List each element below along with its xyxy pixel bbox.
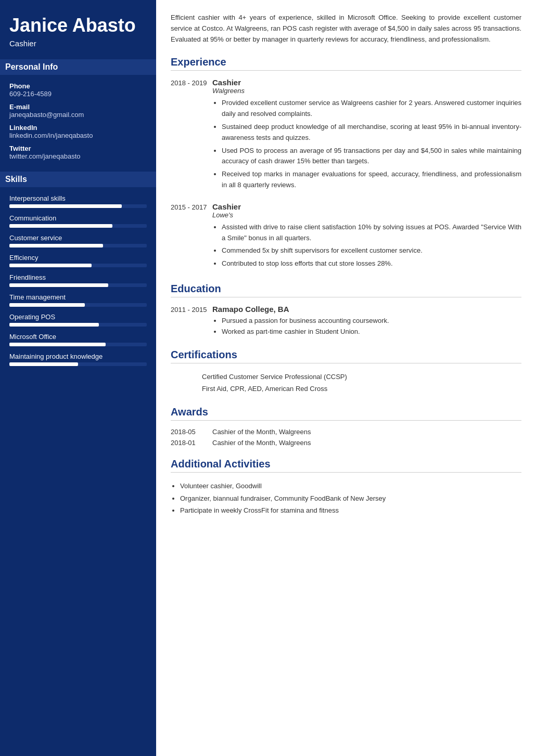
skill-item: Efficiency bbox=[9, 254, 147, 267]
skill-item: Friendliness bbox=[9, 273, 147, 287]
certifications-list: Certified Customer Service Professional … bbox=[202, 371, 521, 395]
certifications-title: Certifications bbox=[171, 349, 521, 363]
award-description: Cashier of the Month, Walgreens bbox=[212, 439, 521, 447]
experience-section: Experience 2018 - 2019 Cashier Walgreens… bbox=[171, 56, 521, 271]
exp-job-title: Cashier bbox=[212, 78, 521, 87]
certification-item: Certified Customer Service Professional … bbox=[202, 371, 521, 383]
edu-bullet: Pursued a passion for business accountin… bbox=[222, 316, 521, 327]
sidebar: Janice Abasto Cashier Personal Info Phon… bbox=[0, 0, 156, 756]
skill-name: Interpersonal skills bbox=[9, 194, 147, 202]
email-value: janeqabasto@gmail.com bbox=[9, 111, 147, 119]
experience-title: Experience bbox=[171, 56, 521, 71]
skill-bar-bg bbox=[9, 323, 147, 327]
skill-bar-bg bbox=[9, 264, 147, 267]
skill-bar-fill bbox=[9, 264, 92, 267]
award-entry: 2018-01 Cashier of the Month, Walgreens bbox=[171, 439, 521, 447]
awards-section: Awards 2018-05 Cashier of the Month, Wal… bbox=[171, 406, 521, 447]
exp-company: Walgreens bbox=[212, 87, 521, 95]
awards-list: 2018-05 Cashier of the Month, Walgreens … bbox=[171, 428, 521, 447]
experience-list: 2018 - 2019 Cashier Walgreens Provided e… bbox=[171, 78, 521, 271]
exp-bullet: Commended 5x by shift supervisors for ex… bbox=[222, 245, 521, 256]
skill-item: Maintaining product knowledge bbox=[9, 353, 147, 366]
exp-bullet: Provided excellent customer service as W… bbox=[222, 98, 521, 120]
skill-name: Maintaining product knowledge bbox=[9, 353, 147, 360]
exp-bullet: Received top marks in manager evaluation… bbox=[222, 169, 521, 191]
edu-details: Ramapo College, BA Pursued a passion for… bbox=[212, 305, 521, 337]
skill-bar-fill bbox=[9, 283, 108, 287]
education-entry: 2011 - 2015 Ramapo College, BA Pursued a… bbox=[171, 305, 521, 337]
education-section: Education 2011 - 2015 Ramapo College, BA… bbox=[171, 283, 521, 337]
twitter-value: twitter.com/janeqabasto bbox=[9, 152, 147, 160]
exp-bullet: Assisted with drive to raise client sati… bbox=[222, 222, 521, 244]
skill-bar-bg bbox=[9, 224, 147, 228]
exp-bullet: Sustained deep product knowledge of all … bbox=[222, 122, 521, 144]
personal-info-block: Phone 609-216-4589 E-mail janeqabasto@gm… bbox=[9, 82, 147, 160]
skill-bar-fill bbox=[9, 224, 112, 228]
skill-item: Customer service bbox=[9, 234, 147, 247]
exp-bullets: Provided excellent customer service as W… bbox=[222, 98, 521, 190]
exp-details: Cashier Lowe's Assisted with drive to ra… bbox=[212, 202, 521, 271]
skill-bar-fill bbox=[9, 303, 85, 307]
edu-bullets: Pursued a passion for business accountin… bbox=[222, 316, 521, 337]
email-item: E-mail janeqabasto@gmail.com bbox=[9, 103, 147, 119]
activity-item: Participate in weekly CrossFit for stami… bbox=[180, 504, 521, 516]
exp-bullet: Contributed to stop loss efforts that cu… bbox=[222, 258, 521, 269]
exp-bullets: Assisted with drive to raise client sati… bbox=[222, 222, 521, 269]
skill-name: Time management bbox=[9, 293, 147, 301]
skill-name: Operating POS bbox=[9, 313, 147, 321]
skill-bar-bg bbox=[9, 362, 147, 366]
main-content: Efficient cashier with 4+ years of exper… bbox=[156, 0, 536, 756]
email-label: E-mail bbox=[9, 103, 147, 111]
twitter-item: Twitter twitter.com/janeqabasto bbox=[9, 145, 147, 160]
experience-entry: 2015 - 2017 Cashier Lowe's Assisted with… bbox=[171, 202, 521, 271]
skill-bar-fill bbox=[9, 343, 106, 346]
linkedin-label: LinkedIn bbox=[9, 124, 147, 132]
skills-block: Interpersonal skills Communication Custo… bbox=[9, 194, 147, 366]
skill-bar-bg bbox=[9, 283, 147, 287]
skill-bar-bg bbox=[9, 244, 147, 247]
awards-title: Awards bbox=[171, 406, 521, 421]
edu-bullet: Worked as part-time cashier in Student U… bbox=[222, 327, 521, 337]
education-list: 2011 - 2015 Ramapo College, BA Pursued a… bbox=[171, 305, 521, 337]
skill-name: Customer service bbox=[9, 234, 147, 242]
activity-item: Volunteer cashier, Goodwill bbox=[180, 480, 521, 492]
edu-dates: 2011 - 2015 bbox=[171, 305, 212, 337]
exp-job-title: Cashier bbox=[212, 202, 521, 211]
skill-name: Friendliness bbox=[9, 273, 147, 281]
exp-dates: 2018 - 2019 bbox=[171, 78, 212, 192]
skill-bar-fill bbox=[9, 362, 78, 366]
skill-item: Time management bbox=[9, 293, 147, 307]
certification-item: First Aid, CPR, AED, American Red Cross bbox=[202, 383, 521, 395]
summary-text: Efficient cashier with 4+ years of exper… bbox=[171, 12, 521, 45]
activities-list: Volunteer cashier, GoodwillOrganizer, bi… bbox=[180, 480, 521, 516]
skill-bar-bg bbox=[9, 303, 147, 307]
twitter-label: Twitter bbox=[9, 145, 147, 152]
skill-name: Communication bbox=[9, 214, 147, 222]
activities-title: Additional Activities bbox=[171, 458, 521, 473]
award-description: Cashier of the Month, Walgreens bbox=[212, 428, 521, 436]
skill-item: Microsoft Office bbox=[9, 333, 147, 346]
skill-bar-fill bbox=[9, 323, 99, 327]
exp-dates: 2015 - 2017 bbox=[171, 202, 212, 271]
linkedin-item: LinkedIn linkedin.com/in/janeqabasto bbox=[9, 124, 147, 139]
phone-label: Phone bbox=[9, 82, 147, 90]
skill-bar-fill bbox=[9, 244, 103, 247]
skill-bar-bg bbox=[9, 204, 147, 208]
skill-name: Microsoft Office bbox=[9, 333, 147, 341]
personal-info-header: Personal Info bbox=[0, 59, 156, 75]
sidebar-name: Janice Abasto bbox=[9, 15, 147, 36]
skill-item: Interpersonal skills bbox=[9, 194, 147, 208]
education-title: Education bbox=[171, 283, 521, 297]
sidebar-job-title: Cashier bbox=[9, 39, 147, 48]
activity-item: Organizer, biannual fundraiser, Communit… bbox=[180, 492, 521, 504]
award-entry: 2018-05 Cashier of the Month, Walgreens bbox=[171, 428, 521, 436]
award-date: 2018-05 bbox=[171, 428, 212, 436]
skill-item: Operating POS bbox=[9, 313, 147, 327]
exp-details: Cashier Walgreens Provided excellent cus… bbox=[212, 78, 521, 192]
certifications-section: Certifications Certified Customer Servic… bbox=[171, 349, 521, 395]
edu-school: Ramapo College, BA bbox=[212, 305, 521, 314]
experience-entry: 2018 - 2019 Cashier Walgreens Provided e… bbox=[171, 78, 521, 192]
skill-name: Efficiency bbox=[9, 254, 147, 262]
activities-section: Additional Activities Volunteer cashier,… bbox=[171, 458, 521, 516]
phone-value: 609-216-4589 bbox=[9, 90, 147, 98]
